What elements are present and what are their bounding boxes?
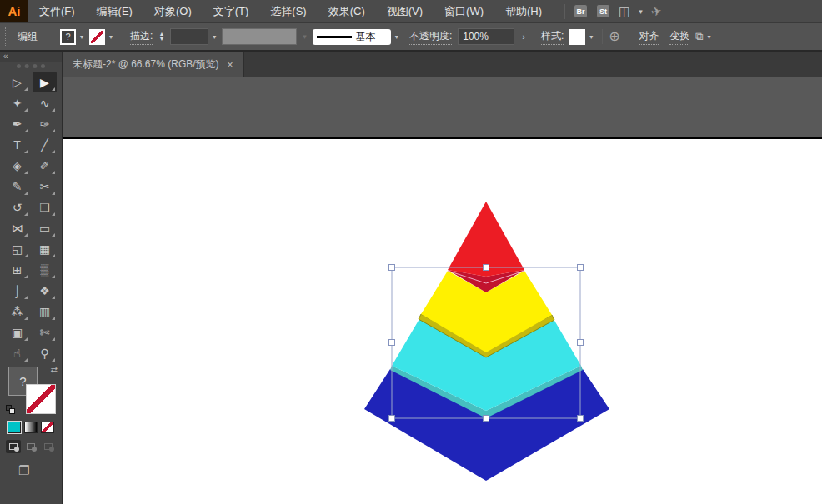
brush-definition-dropdown[interactable]: 基本 — [313, 29, 391, 45]
selection-handle[interactable] — [484, 416, 489, 422]
pencil-tool-icon: ✎ — [13, 180, 23, 193]
close-icon[interactable]: × — [228, 59, 233, 71]
opacity-expand-button[interactable]: › — [520, 32, 527, 42]
menu-item-window[interactable]: 窗口(W) — [434, 0, 494, 22]
menu-item-select[interactable]: 选择(S) — [259, 0, 317, 22]
column-graph-tool[interactable]: ▥ — [33, 301, 57, 322]
gpu-performance-icon[interactable]: ✈ — [649, 2, 663, 19]
magic-wand-tool[interactable]: ✦ — [5, 92, 29, 113]
pencil-tool[interactable]: ✎ — [5, 176, 29, 197]
mesh-tool-icon: ⊞ — [13, 263, 23, 277]
eyedropper-tool-icon: ⌡ — [13, 284, 20, 297]
none-button[interactable] — [41, 422, 54, 433]
selection-handle[interactable] — [389, 265, 395, 271]
draw-normal-button[interactable] — [6, 440, 21, 453]
selection-handle[interactable] — [484, 265, 489, 271]
color-button[interactable] — [8, 422, 21, 433]
panel-options-icon[interactable]: ⧉ — [695, 30, 703, 43]
chevron-down-icon[interactable]: ▾ — [109, 33, 113, 41]
gradient-tool-icon: ▒ — [41, 263, 49, 277]
stroke-color-swatch[interactable] — [89, 29, 105, 45]
mesh-tool[interactable]: ⊞ — [5, 259, 29, 280]
fill-color-swatch[interactable]: ? — [60, 29, 76, 45]
draw-behind-button[interactable] — [23, 440, 38, 453]
bridge-button[interactable]: Br — [574, 4, 588, 18]
slice-tool-icon: ✄ — [40, 326, 50, 339]
selection-handle[interactable] — [578, 265, 584, 271]
selection-handle[interactable] — [578, 340, 584, 346]
menu-item-help[interactable]: 帮助(H) — [494, 0, 553, 22]
stroke-weight-label[interactable]: 描边: — [130, 29, 153, 45]
menu-item-type[interactable]: 文字(T) — [203, 0, 260, 22]
scale-tool-icon: ❏ — [39, 201, 50, 214]
chevron-down-icon[interactable]: ▾ — [589, 33, 593, 41]
zoom-tool[interactable]: ⚲ — [33, 342, 57, 363]
panel-grip[interactable] — [5, 27, 8, 46]
chevron-down-icon[interactable]: ▾ — [639, 7, 643, 16]
chevron-down-icon[interactable]: ▾ — [213, 33, 216, 41]
width-tool[interactable]: ⋈ — [5, 217, 29, 238]
app-logo[interactable]: Ai — [0, 0, 28, 22]
chevron-down-icon: ▾ — [303, 32, 307, 41]
style-swatch[interactable] — [569, 29, 585, 45]
stroke-weight-input[interactable] — [170, 28, 208, 45]
selection-tool[interactable]: ▶ — [33, 72, 57, 92]
align-link[interactable]: 对齐 — [639, 29, 659, 45]
workspace-switcher-icon[interactable]: ◫ — [619, 4, 630, 19]
collapse-panel-icon[interactable]: « — [0, 52, 62, 62]
lasso-tool-icon: ∿ — [40, 97, 50, 110]
gradient-tool[interactable]: ▒ — [33, 259, 57, 280]
style-label[interactable]: 样式: — [541, 29, 564, 45]
curvature-tool[interactable]: ✑ — [33, 113, 57, 134]
selection-handle[interactable] — [578, 416, 584, 422]
shape-tool[interactable]: ◈ — [5, 155, 29, 176]
gradient-button[interactable] — [24, 422, 38, 433]
menu-item-file[interactable]: 文件(F) — [28, 0, 86, 22]
scissors-tool[interactable]: ✂ — [33, 176, 57, 197]
artboard-tool[interactable]: ▣ — [5, 322, 29, 342]
rotate-tool[interactable]: ↺ — [5, 197, 29, 217]
transform-link[interactable]: 变换 — [669, 29, 689, 45]
chevron-down-icon[interactable]: ▾ — [80, 33, 83, 41]
width-profile-dropdown[interactable] — [222, 28, 297, 45]
stroke-proxy[interactable] — [26, 384, 56, 414]
menu-item-edit[interactable]: 编辑(E) — [86, 0, 143, 22]
direct-selection-tool[interactable]: ▷ — [5, 72, 29, 92]
default-fill-stroke-icon[interactable] — [6, 405, 16, 415]
symbol-sprayer-tool[interactable]: ⁂ — [5, 301, 29, 322]
screen-mode-button[interactable]: ❐ — [18, 463, 62, 478]
blend-tool[interactable]: ❖ — [33, 280, 57, 301]
stock-button[interactable]: St — [596, 4, 610, 18]
selection-tool-icon: ▶ — [40, 76, 49, 89]
selection-handle[interactable] — [389, 416, 395, 422]
line-segment-tool[interactable]: ╱ — [33, 134, 57, 155]
canvas[interactable] — [63, 77, 822, 504]
panel-grip[interactable] — [17, 64, 45, 70]
draw-inside-button[interactable] — [41, 440, 56, 453]
type-tool[interactable]: T — [5, 134, 29, 155]
swap-fill-stroke-icon[interactable]: ⇄ — [51, 365, 58, 374]
stroke-weight-stepper[interactable]: ▲▼ — [158, 32, 164, 42]
opacity-label[interactable]: 不透明度: — [409, 29, 452, 45]
free-transform-tool[interactable]: ▭ — [33, 217, 57, 238]
perspective-grid-tool[interactable]: ▦ — [33, 238, 57, 259]
opacity-input[interactable]: 100% — [458, 28, 514, 45]
pen-tool[interactable]: ✒ — [5, 113, 29, 134]
selection-handle[interactable] — [389, 340, 395, 346]
menu-bar-right: Br St ◫ ▾ ✈ — [564, 0, 661, 22]
globe-icon[interactable]: ⊕ — [609, 30, 623, 44]
menu-item-view[interactable]: 视图(V) — [376, 0, 434, 22]
chevron-down-icon[interactable]: ▾ — [708, 33, 711, 41]
lasso-tool[interactable]: ∿ — [33, 92, 57, 113]
hand-tool[interactable]: ☝ — [5, 342, 29, 363]
menu-item-object[interactable]: 对象(O) — [143, 0, 203, 22]
document-tab[interactable]: 未标题-2* @ 66.67% (RGB/预览) × — [63, 52, 244, 77]
slice-tool[interactable]: ✄ — [33, 322, 57, 342]
shape-builder-tool[interactable]: ◱ — [5, 238, 29, 259]
eyedropper-tool[interactable]: ⌡ — [5, 280, 29, 301]
menu-item-effect[interactable]: 效果(C) — [318, 0, 376, 22]
paintbrush-tool[interactable]: ✐ — [33, 155, 57, 176]
scale-tool[interactable]: ❏ — [33, 197, 57, 217]
chevron-down-icon[interactable]: ▾ — [395, 33, 398, 41]
rotate-tool-icon: ↺ — [13, 201, 23, 214]
